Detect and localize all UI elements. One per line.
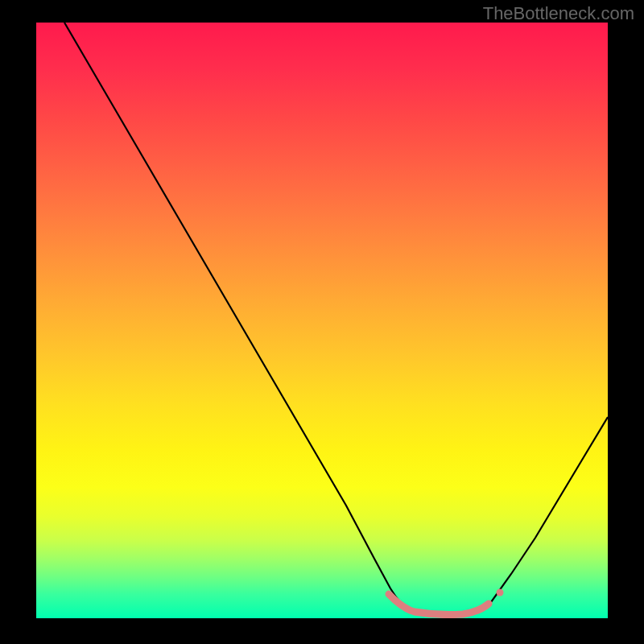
plot-area [36, 23, 608, 618]
optimal-end-dot [497, 589, 504, 597]
chart-svg [36, 23, 608, 618]
optimal-segment-line [389, 594, 489, 615]
watermark-text: TheBottleneck.com [483, 3, 634, 24]
bottleneck-curve-line [64, 23, 608, 615]
